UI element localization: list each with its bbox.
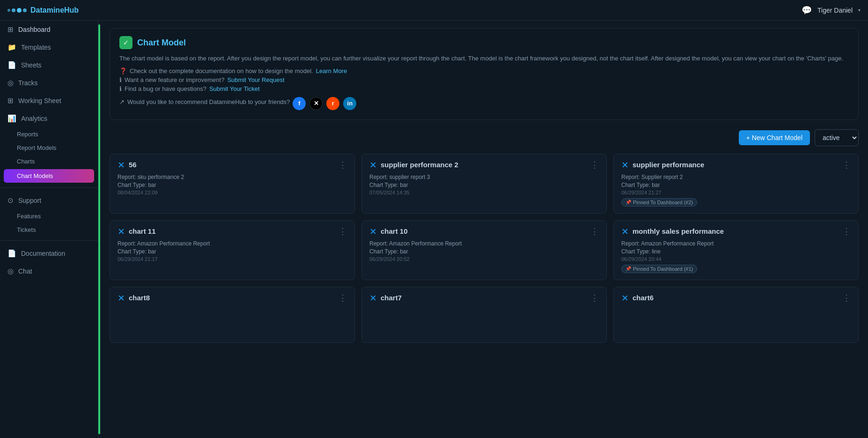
- sidebar-item-tracks[interactable]: ◎ Tracks: [0, 74, 98, 92]
- linkedin-button[interactable]: in: [343, 97, 356, 110]
- sidebar-label-features: Features: [17, 213, 41, 220]
- support-icon: ⊙: [7, 196, 14, 205]
- chevron-down-icon[interactable]: ▾: [858, 7, 861, 13]
- card-title-row: supplier performance 2: [369, 161, 458, 169]
- pin-icon: 📌: [625, 266, 631, 271]
- card-cross-icon: [369, 294, 377, 302]
- sidebar-sub-features[interactable]: Features: [0, 209, 98, 223]
- card-chart-type: Chart Type: bar: [621, 182, 851, 188]
- card-header: supplier performance ⋮: [621, 161, 851, 169]
- templates-icon: 📁: [7, 43, 16, 52]
- card-date: 06/29/2024 21:27: [621, 190, 851, 195]
- banner-link-bug: ℹ Find a bug or have questions? Submit Y…: [119, 85, 849, 92]
- content-wrapper: ✓ Chart Model The chart model is based o…: [98, 21, 868, 438]
- logo-dot-4: [23, 8, 27, 12]
- card-menu-icon[interactable]: ⋮: [842, 161, 851, 169]
- layout: ⊞ Dashboard 📁 Templates 📄 Sheets ◎ Track…: [0, 21, 868, 438]
- card-title: chart8: [129, 294, 150, 302]
- card-menu-icon[interactable]: ⋮: [590, 161, 599, 169]
- sidebar-item-analytics[interactable]: 📊 Analytics: [0, 110, 98, 127]
- card-menu-icon[interactable]: ⋮: [590, 227, 599, 236]
- card-header: monthly sales performance ⋮: [621, 227, 851, 236]
- sidebar-item-sheets[interactable]: 📄 Sheets: [0, 56, 98, 74]
- sidebar-item-templates[interactable]: 📁 Templates: [0, 38, 98, 56]
- sidebar-sub-chart-models[interactable]: Chart Models: [4, 169, 94, 183]
- topnav: DatamineHub 💬 Tiger Daniel ▾: [0, 0, 868, 21]
- card-title-row: 56: [118, 161, 137, 169]
- sidebar-label-templates: Templates: [21, 44, 51, 51]
- card-menu-icon[interactable]: ⋮: [590, 294, 599, 302]
- card-title: chart6: [633, 294, 654, 302]
- sidebar-sub-charts[interactable]: Charts: [0, 155, 98, 168]
- info-icon-1: ℹ: [119, 76, 122, 83]
- card-card-monthly[interactable]: monthly sales performance ⋮ Report: Amaz…: [613, 220, 859, 280]
- sidebar-item-chat[interactable]: ◎ Chat: [0, 262, 98, 280]
- card-date: 06/29/2024 20:52: [369, 256, 599, 262]
- card-menu-icon[interactable]: ⋮: [842, 294, 851, 302]
- card-title: 56: [129, 161, 137, 169]
- card-card-supplier-2[interactable]: supplier performance 2 ⋮ Report: supplie…: [361, 154, 607, 214]
- feature-text: Want a new feature or improvement?: [125, 76, 224, 83]
- sidebar-item-support[interactable]: ⊙ Support: [0, 192, 98, 209]
- card-card-chart11[interactable]: chart 11 ⋮ Report: Amazon Performance Re…: [110, 220, 355, 280]
- status-filter-select[interactable]: active inactive all: [815, 129, 859, 146]
- card-card-chart10[interactable]: chart 10 ⋮ Report: Amazon Performance Re…: [361, 220, 607, 280]
- sidebar-item-documentation[interactable]: 📄 Documentation: [0, 245, 98, 262]
- card-card-56[interactable]: 56 ⋮ Report: sku performance 2 Chart Typ…: [110, 154, 355, 214]
- card-title: monthly sales performance: [633, 227, 724, 235]
- sidebar-divider-2: [0, 240, 98, 241]
- card-title-row: monthly sales performance: [621, 227, 724, 235]
- working-sheet-icon: ⊞: [7, 97, 14, 105]
- card-cross-icon: [621, 294, 629, 302]
- card-card-chart8[interactable]: chart8 ⋮: [110, 287, 355, 343]
- chat-icon[interactable]: 💬: [802, 5, 812, 15]
- sidebar-sub-reports[interactable]: Reports: [0, 127, 98, 141]
- reddit-button[interactable]: r: [326, 97, 339, 110]
- sidebar-sub-tickets[interactable]: Tickets: [0, 223, 98, 237]
- submit-ticket-link[interactable]: Submit Your Ticket: [209, 85, 260, 92]
- card-report: Report: Amazon Performance Report: [621, 240, 851, 247]
- x-button[interactable]: ✕: [309, 97, 323, 110]
- card-cross-icon: [118, 161, 125, 169]
- toolbar: + New Chart Model active inactive all: [110, 129, 859, 146]
- user-area: 💬 Tiger Daniel ▾: [802, 5, 861, 15]
- sidebar-label-support: Support: [18, 197, 41, 204]
- banner-description: The chart model is based on the report. …: [119, 54, 849, 64]
- card-card-chart7[interactable]: chart7 ⋮: [361, 287, 607, 343]
- social-buttons: f ✕ r in: [293, 97, 356, 110]
- card-header: chart7 ⋮: [369, 294, 599, 302]
- card-cross-icon: [621, 228, 629, 235]
- card-menu-icon[interactable]: ⋮: [338, 294, 347, 302]
- card-chart-type: Chart Type: bar: [118, 248, 347, 255]
- card-header: chart8 ⋮: [118, 294, 347, 302]
- user-name: Tiger Daniel: [817, 7, 853, 14]
- sidebar-sub-report-models[interactable]: Report Models: [0, 141, 98, 155]
- facebook-button[interactable]: f: [293, 97, 306, 110]
- card-card-chart6[interactable]: chart6 ⋮: [613, 287, 859, 343]
- card-chart-type: Chart Type: bar: [118, 182, 347, 188]
- logo[interactable]: DatamineHub: [7, 6, 79, 15]
- doc-link-text: Check out the complete documentation on …: [130, 67, 313, 74]
- tracks-icon: ◎: [7, 79, 14, 87]
- card-report: Report: Supplier report 2: [621, 174, 851, 180]
- card-title: supplier performance 2: [381, 161, 458, 169]
- learn-more-link[interactable]: Learn More: [316, 67, 347, 74]
- logo-dot-2: [12, 8, 15, 12]
- sidebar-item-dashboard[interactable]: ⊞ Dashboard: [0, 21, 98, 38]
- card-card-supplier[interactable]: supplier performance ⋮ Report: Supplier …: [613, 154, 859, 214]
- card-menu-icon[interactable]: ⋮: [842, 227, 851, 236]
- card-menu-icon[interactable]: ⋮: [338, 161, 347, 169]
- sidebar: ⊞ Dashboard 📁 Templates 📄 Sheets ◎ Track…: [0, 21, 98, 438]
- submit-request-link[interactable]: Submit Your Request: [227, 76, 284, 83]
- new-chart-model-button[interactable]: + New Chart Model: [739, 130, 810, 145]
- card-menu-icon[interactable]: ⋮: [338, 227, 347, 236]
- card-title: supplier performance: [633, 161, 704, 169]
- sidebar-label-chat: Chat: [18, 267, 32, 275]
- card-title: chart 10: [381, 227, 408, 235]
- card-date: 08/04/2024 22:09: [118, 190, 347, 195]
- pin-label: Pinned To Dashboard (#2): [633, 200, 693, 205]
- sidebar-item-working-sheet[interactable]: ⊞ Working Sheet: [0, 92, 98, 110]
- sheets-icon: 📄: [7, 61, 16, 69]
- card-header: supplier performance 2 ⋮: [369, 161, 599, 169]
- banner-link-doc: ❓ Check out the complete documentation o…: [119, 67, 849, 74]
